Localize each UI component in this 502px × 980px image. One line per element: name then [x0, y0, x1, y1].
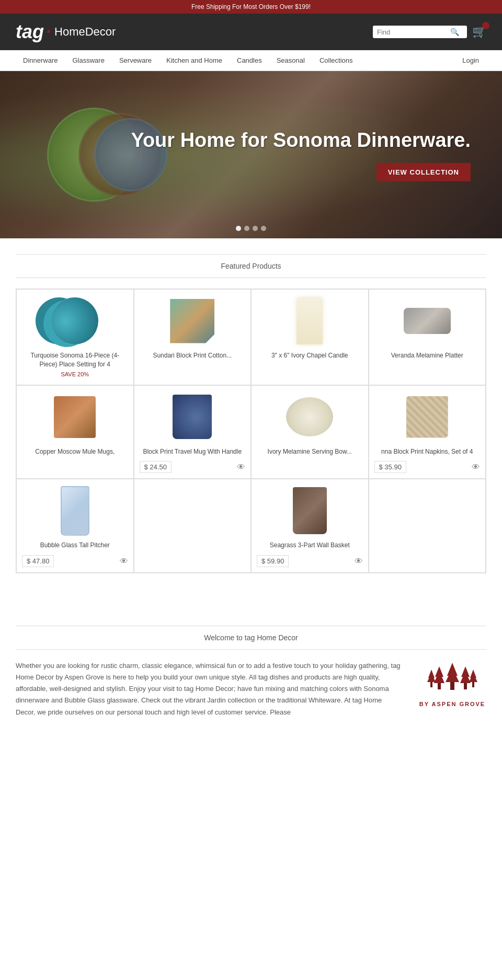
hero-banner: Your Home for Sonoma Dinnerware. VIEW CO… [0, 71, 502, 238]
product-name: 3" x 6" Ivory Chapel Candle [271, 351, 348, 360]
nav-item-kitchen[interactable]: Kitchen and Home [159, 50, 230, 71]
nav-item-glassware[interactable]: Glassware [65, 50, 111, 71]
nav-item-collections[interactable]: Collections [312, 50, 360, 71]
product-card-block-mug: Block Print Travel Mug With Handle $ 24.… [134, 385, 252, 479]
platter-image [404, 308, 451, 334]
header-right: 🔍 🛒 [373, 25, 486, 39]
product-save: SAVE 20% [61, 371, 89, 377]
product-card-empty-1 [134, 479, 252, 573]
nav-item-serveware[interactable]: Serveware [112, 50, 159, 71]
sundari-image [170, 299, 214, 343]
about-title: Welcome to tag Home Decor [16, 626, 486, 650]
product-name: Sundari Block Print Cotton... [153, 351, 232, 360]
product-image [374, 295, 481, 347]
nav-item-candles[interactable]: Candles [230, 50, 269, 71]
product-card-sundari: Sundari Block Print Cotton... [134, 289, 252, 385]
nav-item-dinnerware[interactable]: Dinnerware [16, 50, 65, 71]
product-card-napkins: nna Block Print Napkins, Set of 4 $ 35.9… [369, 385, 486, 479]
product-price: $ 59.90 [257, 555, 289, 567]
product-grid: Turquoise Sonoma 16-Piece (4-Piece) Plac… [16, 289, 486, 573]
product-price-row: $ 59.90 👁 [257, 552, 363, 567]
product-card-candle: 3" x 6" Ivory Chapel Candle [251, 289, 369, 385]
product-name: Block Print Travel Mug With Handle [143, 447, 242, 456]
about-section: Whether you are looking for rustic charm… [16, 660, 486, 718]
quick-view-icon[interactable]: 👁 [120, 557, 128, 566]
hero-cta-button[interactable]: VIEW COLLECTION [376, 163, 471, 181]
product-card-basket: Seagrass 3-Part Wall Basket $ 59.90 👁 [251, 479, 369, 573]
product-image [22, 295, 128, 347]
product-card-empty-2 [369, 479, 486, 573]
product-image [374, 391, 481, 443]
search-input[interactable] [377, 28, 450, 36]
product-card-ivory-bowl: Ivory Melamine Serving Bow... [251, 385, 369, 479]
product-card-pitcher: Bubble Glass Tall Pitcher $ 47.80 👁 [16, 479, 134, 573]
product-card-copper-mugs: Copper Moscow Mule Mugs, [16, 385, 134, 479]
header: tag· HomeDecor 🔍 🛒 [0, 14, 502, 50]
product-name: Bubble Glass Tall Pitcher [40, 541, 110, 550]
product-card-platter: Veranda Melamine Platter [369, 289, 486, 385]
banner-text: Free Shipping For Most Orders Over $199! [191, 3, 311, 10]
main-nav: Dinnerware Glassware Serveware Kitchen a… [0, 50, 502, 71]
logo-homedecor: HomeDecor [54, 25, 116, 39]
candle-image [296, 297, 323, 344]
hero-dots [236, 226, 266, 231]
search-container[interactable]: 🔍 [373, 26, 467, 38]
copper-mugs-image [54, 396, 96, 438]
turquoise-set-image [51, 297, 98, 344]
nav-item-login[interactable]: Login [455, 50, 486, 71]
pitcher-image [61, 486, 89, 536]
product-image [257, 485, 363, 537]
logo-dot: · [46, 21, 51, 43]
top-banner: Free Shipping For Most Orders Over $199! [0, 0, 502, 14]
product-price-row: $ 47.80 👁 [22, 552, 128, 567]
hero-dot-4[interactable] [261, 226, 266, 231]
product-name: Seagrass 3-Part Wall Basket [270, 541, 350, 550]
block-mug-image [173, 395, 212, 439]
product-card-turquoise-sonoma: Turquoise Sonoma 16-Piece (4-Piece) Plac… [16, 289, 134, 385]
napkins-image [406, 396, 448, 438]
about-logo: BY ASPEN GROVE [418, 660, 486, 707]
product-price: $ 35.90 [374, 461, 406, 473]
logo[interactable]: tag· HomeDecor [16, 21, 116, 43]
svg-rect-2 [450, 682, 454, 690]
aspen-grove-image [424, 660, 481, 697]
cart-button[interactable]: 🛒 [472, 25, 486, 39]
quick-view-icon[interactable]: 👁 [355, 557, 363, 566]
hero-title: Your Home for Sonoma Dinnerware. [131, 129, 471, 153]
search-icon: 🔍 [450, 28, 459, 36]
svg-rect-14 [472, 682, 474, 687]
product-image [22, 485, 128, 537]
svg-rect-11 [430, 682, 432, 687]
cart-badge [482, 22, 489, 29]
product-price: $ 47.80 [22, 555, 54, 567]
quick-view-icon[interactable]: 👁 [237, 463, 245, 472]
aspen-grove-label: BY ASPEN GROVE [419, 701, 485, 707]
product-name: Ivory Melamine Serving Bow... [268, 447, 352, 456]
featured-title: Featured Products [16, 255, 486, 278]
ivory-bowl-image [286, 397, 333, 436]
product-image [140, 295, 246, 347]
hero-text: Your Home for Sonoma Dinnerware. VIEW CO… [131, 129, 471, 181]
svg-rect-5 [438, 683, 441, 689]
quick-view-icon[interactable]: 👁 [472, 463, 480, 472]
hero-dot-3[interactable] [253, 226, 258, 231]
basket-image [293, 487, 327, 534]
hero-dot-2[interactable] [244, 226, 249, 231]
product-price-row: $ 35.90 👁 [374, 458, 481, 473]
about-text: Whether you are looking for rustic charm… [16, 660, 403, 718]
nav-item-seasonal[interactable]: Seasonal [269, 50, 312, 71]
product-image [257, 391, 363, 443]
product-price: $ 24.50 [140, 461, 172, 473]
product-price-row: $ 24.50 👁 [140, 458, 246, 473]
svg-rect-8 [464, 683, 467, 689]
product-image [140, 391, 246, 443]
product-name: nna Block Print Napkins, Set of 4 [381, 447, 473, 456]
product-name: Veranda Melamine Platter [391, 351, 463, 360]
product-image [22, 391, 128, 443]
product-image [257, 295, 363, 347]
spacer [0, 573, 502, 605]
product-name: Copper Moscow Mule Mugs, [35, 447, 115, 456]
logo-tag: tag [16, 21, 44, 43]
hero-dot-1[interactable] [236, 226, 241, 231]
product-name: Turquoise Sonoma 16-Piece (4-Piece) Plac… [22, 351, 128, 369]
